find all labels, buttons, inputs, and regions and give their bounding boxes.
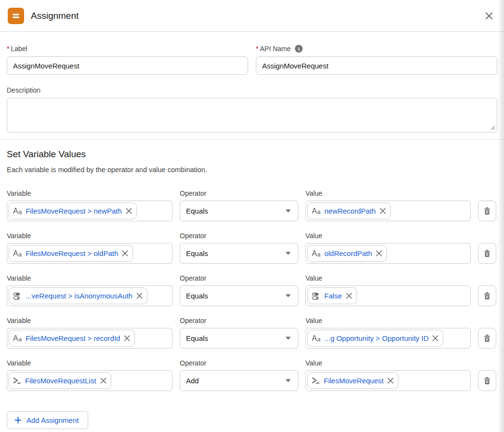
variable-combobox[interactable]: FilesMoveRequestList: [7, 370, 172, 391]
operator-select[interactable]: Equals: [180, 328, 298, 349]
chevron-down-icon: [285, 252, 291, 255]
variable-pill[interactable]: ...veRequest > isAnonymousAuth: [9, 287, 147, 304]
delete-row-button[interactable]: [478, 243, 496, 264]
section-subtitle: Each variable is modified by the operato…: [7, 166, 497, 174]
value-pill[interactable]: Aa newRecordPath: [307, 202, 391, 219]
operator-cell: Operator Add: [180, 358, 298, 391]
api-name-input[interactable]: [256, 56, 497, 75]
remove-pill-icon[interactable]: [126, 208, 132, 214]
trash-icon: [483, 377, 491, 385]
value-pill[interactable]: FilesMoveRequest: [307, 372, 398, 389]
label-field-label: * Label: [7, 44, 248, 54]
value-pill[interactable]: Aa ...g Opportunity > Opportunity ID: [307, 330, 443, 347]
required-asterisk: *: [256, 44, 258, 54]
remove-pill-icon[interactable]: [346, 293, 352, 299]
operator-cell: Operator Equals: [180, 273, 298, 306]
chevron-down-icon: [285, 379, 291, 382]
boolean-type-icon: [312, 292, 320, 300]
text-type-icon: Aa: [312, 207, 320, 215]
assignment-rows: Variable Aa FilesMoveRequest > newPath O…: [7, 189, 497, 391]
variable-combobox[interactable]: ...veRequest > isAnonymousAuth: [7, 285, 172, 306]
text-type-icon: Aa: [312, 250, 320, 257]
text-type-icon: Aa: [13, 250, 22, 257]
value-column-label: Value: [305, 358, 471, 368]
top-form: * Label * API Name i Description: [0, 32, 504, 133]
section-title: Set Variable Values: [7, 149, 497, 160]
delete-cell: [478, 273, 496, 306]
variable-pill[interactable]: Aa FilesMoveRequest > oldPath: [9, 245, 133, 262]
delete-row-button[interactable]: [478, 201, 496, 221]
value-combobox[interactable]: FilesMoveRequest: [305, 370, 471, 391]
info-icon[interactable]: i: [295, 45, 303, 53]
text-type-icon: Aa: [13, 335, 22, 342]
required-asterisk: *: [7, 44, 9, 54]
trash-icon: [483, 334, 491, 342]
delete-row-button[interactable]: [478, 370, 496, 391]
variable-combobox[interactable]: Aa FilesMoveRequest > oldPath: [7, 243, 172, 264]
chevron-down-icon: [285, 294, 291, 297]
delete-cell: [478, 189, 496, 221]
variable-pill[interactable]: Aa FilesMoveRequest > recordId: [9, 330, 135, 347]
variable-pill[interactable]: Aa FilesMoveRequest > newPath: [9, 202, 137, 219]
variable-column-label: Variable: [7, 189, 172, 198]
value-cell: Value Aa ...g Opportunity > Opportunity …: [305, 316, 471, 349]
remove-pill-icon[interactable]: [387, 378, 394, 384]
operator-column-label: Operator: [180, 316, 298, 325]
delete-row-button[interactable]: [478, 328, 496, 349]
variable-column-label: Variable: [7, 358, 172, 368]
description-field: Description: [7, 85, 497, 133]
value-column-label: Value: [305, 316, 471, 325]
remove-pill-icon[interactable]: [100, 378, 106, 384]
variable-combobox[interactable]: Aa FilesMoveRequest > recordId: [7, 328, 172, 349]
api-name-field-label: * API Name i: [256, 44, 497, 54]
delete-cell: [478, 231, 496, 264]
operator-cell: Operator Equals: [180, 231, 298, 264]
remove-pill-icon[interactable]: [124, 335, 130, 341]
remove-pill-icon[interactable]: [432, 335, 438, 341]
remove-pill-icon[interactable]: [136, 293, 143, 299]
value-combobox[interactable]: Aa ...g Opportunity > Opportunity ID: [305, 328, 471, 349]
remove-pill-icon[interactable]: [380, 208, 386, 214]
close-button[interactable]: [483, 10, 495, 22]
value-combobox[interactable]: Aa oldRecordPath: [305, 243, 471, 264]
value-pill[interactable]: Aa oldRecordPath: [307, 245, 387, 262]
variable-column-label: Variable: [7, 231, 172, 241]
assignment-row: Variable Aa FilesMoveRequest > oldPath O…: [7, 231, 497, 264]
operator-select[interactable]: Equals: [180, 285, 298, 306]
operator-cell: Operator Equals: [180, 316, 298, 349]
value-column-label: Value: [305, 189, 471, 198]
variable-cell: Variable FilesMoveRequestList: [7, 358, 172, 391]
value-combobox[interactable]: False: [305, 285, 471, 306]
variable-column-label: Variable: [7, 273, 172, 283]
variable-cell: Variable Aa FilesMoveRequest > oldPath: [7, 231, 172, 264]
dialog-title: Assignment: [31, 11, 79, 21]
plus-icon: [14, 417, 22, 424]
description-textarea[interactable]: [7, 98, 497, 133]
variable-pill[interactable]: FilesMoveRequestList: [9, 372, 111, 389]
assignment-row: Variable Aa FilesMoveRequest > recordId …: [7, 316, 497, 349]
apex-type-icon: [312, 377, 320, 385]
delete-row-button[interactable]: [478, 285, 496, 306]
operator-select[interactable]: Equals: [180, 201, 298, 221]
assignment-row: Variable ...veRequest > isAnonymousAuth …: [7, 273, 497, 306]
trash-icon: [483, 249, 491, 257]
value-pill[interactable]: False: [307, 287, 357, 304]
api-name-field: * API Name i: [256, 44, 497, 75]
value-cell: Value Aa oldRecordPath: [305, 231, 471, 264]
value-combobox[interactable]: Aa newRecordPath: [305, 201, 471, 221]
remove-pill-icon[interactable]: [376, 250, 382, 256]
delete-cell: [478, 358, 496, 391]
remove-pill-icon[interactable]: [122, 250, 128, 256]
boolean-type-icon: [13, 292, 22, 300]
operator-column-label: Operator: [180, 358, 298, 368]
text-type-icon: Aa: [312, 335, 320, 342]
variable-column-label: Variable: [7, 316, 172, 325]
add-assignment-button[interactable]: Add Assignment: [7, 411, 88, 429]
operator-select[interactable]: Add: [180, 370, 298, 391]
chevron-down-icon: [285, 337, 291, 340]
assignment-icon: [8, 8, 24, 24]
label-input[interactable]: [7, 56, 248, 75]
operator-select[interactable]: Equals: [180, 243, 298, 264]
operator-column-label: Operator: [180, 231, 298, 241]
variable-combobox[interactable]: Aa FilesMoveRequest > newPath: [7, 201, 172, 221]
